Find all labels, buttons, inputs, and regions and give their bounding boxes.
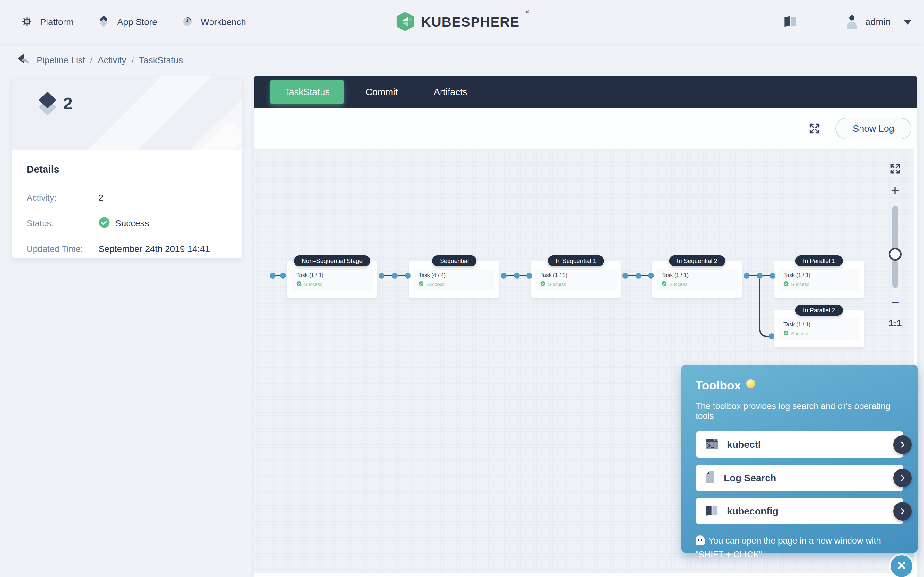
check-icon (419, 281, 424, 287)
zoom-reset-ratio[interactable]: 1:1 (889, 318, 901, 328)
check-icon (783, 330, 788, 337)
ghost-icon (696, 535, 704, 545)
stage-name-pill: In Sequential 1 (548, 255, 604, 266)
toolbox-title: Toolbox (696, 379, 903, 392)
detail-label: Updated Time: (27, 244, 99, 254)
stage-task[interactable]: Task (1 / 1) Success (535, 269, 617, 291)
toolbox-title-text: Toolbox (696, 379, 741, 392)
stage-name-pill: Sequential (432, 255, 477, 266)
back-icon[interactable] (15, 53, 30, 68)
fullscreen-icon[interactable] (808, 122, 821, 136)
zoom-out-button[interactable]: − (891, 295, 899, 309)
logo-text: KUBESPHERE (421, 15, 520, 30)
tab-taskstatus[interactable]: TaskStatus (270, 80, 344, 104)
caret-down-icon (903, 19, 912, 25)
task-count: Task (4 / 4) (419, 272, 490, 279)
detail-label: Status: (27, 219, 99, 229)
toolbox-note: You can open the page in a new window wi… (696, 534, 903, 562)
status-value: Success (99, 217, 149, 230)
toolbox-item-kubectl[interactable]: kubectl (696, 432, 903, 458)
task-count: Task (1 / 1) (540, 272, 612, 279)
check-icon (296, 281, 302, 287)
stage-task[interactable]: Task (1 / 1) Success (779, 318, 860, 340)
stage-name-pill: In Sequential 2 (669, 255, 725, 266)
nav-item-label: Platform (40, 17, 73, 27)
stage-task[interactable]: Task (1 / 1) Success (779, 269, 860, 291)
stage-card-in-sequential-1[interactable]: In Sequential 1 Task (1 / 1) Success (531, 261, 621, 298)
toolbox-item-log-search[interactable]: Log Search (696, 465, 903, 491)
breadcrumb-activity[interactable]: Activity (98, 55, 126, 65)
nav-item-label: App Store (117, 17, 157, 27)
check-icon (662, 281, 667, 287)
user-name: admin (865, 17, 891, 27)
stage-name-pill: Non–Sequential Stage (294, 255, 370, 266)
stage-card-in-parallel-2[interactable]: In Parallel 2 Task (1 / 1) Success (774, 310, 864, 348)
gear-icon (22, 17, 32, 27)
bulb-icon (746, 379, 756, 392)
tab-commit[interactable]: Commit (352, 80, 412, 104)
toolbox-item-label: kubectl (727, 439, 761, 450)
detail-row-status: Status: Success (27, 216, 228, 231)
nav-item-platform[interactable]: Platform (22, 17, 73, 27)
task-status: Success (296, 281, 368, 287)
task-status-text: Success (791, 331, 809, 336)
task-status-text: Success (426, 282, 445, 287)
zoom-slider-track[interactable] (892, 206, 898, 288)
top-navbar: Platform App Store Workbench KUBESPHERE … (0, 0, 924, 44)
stage-card-in-sequential-2[interactable]: In Sequential 2 Task (1 / 1) Success (652, 261, 742, 298)
task-status-text: Success (304, 282, 322, 287)
nav-item-app-store[interactable]: App Store (99, 16, 157, 28)
activity-layers-icon (40, 93, 59, 116)
toolbox-item-kubeconfig[interactable]: kubeconfig (696, 498, 903, 524)
check-icon (540, 281, 545, 287)
task-status: Success (662, 281, 733, 287)
gauge-icon (182, 16, 192, 28)
breadcrumb: Pipeline List / Activity / TaskStatus (15, 51, 183, 69)
logo[interactable]: KUBESPHERE ® (395, 0, 529, 44)
stage-card-non-sequential[interactable]: Non–Sequential Stage Task (1 / 1) Succes… (287, 261, 377, 298)
task-status: Success (783, 281, 855, 287)
user-avatar-icon (845, 15, 858, 30)
zoom-slider-handle[interactable] (889, 248, 901, 261)
toolbox-list: kubectl Log Search kubeconfig (696, 432, 903, 524)
breadcrumb-taskstatus: TaskStatus (139, 55, 183, 65)
detail-row-updated-time: Updated Time: September 24th 2019 14:41 (27, 242, 228, 257)
stage-task[interactable]: Task (1 / 1) Success (291, 269, 373, 291)
close-icon (896, 560, 907, 572)
task-status: Success (540, 281, 612, 287)
toolbox-note-text: You can open the page in a new window wi… (696, 536, 881, 559)
nav-item-workbench[interactable]: Workbench (182, 16, 246, 28)
breadcrumb-separator: / (90, 55, 93, 65)
docs-book-icon[interactable] (783, 15, 797, 29)
tab-artifacts[interactable]: Artifacts (420, 80, 481, 104)
user-menu[interactable]: admin (845, 15, 912, 30)
check-icon (783, 281, 788, 287)
stage-card-in-parallel-1[interactable]: In Parallel 1 Task (1 / 1) Success (774, 261, 864, 298)
canvas-zoom-controls: + − 1:1 (887, 163, 903, 328)
graph-toolbar: Show Log (254, 108, 917, 149)
chevron-right-icon[interactable] (893, 502, 912, 521)
stage-card-sequential[interactable]: Sequential Task (4 / 4) Success (409, 261, 499, 298)
task-count: Task (1 / 1) (783, 322, 855, 328)
kubesphere-logo-icon (395, 11, 415, 33)
canvas-fullscreen-icon[interactable] (889, 163, 901, 176)
zoom-in-button[interactable]: + (891, 183, 900, 197)
stage-task[interactable]: Task (4 / 4) Success (414, 269, 495, 291)
breadcrumb-pipeline-list[interactable]: Pipeline List (37, 55, 85, 65)
status-text: Success (115, 218, 149, 229)
task-status: Success (783, 330, 855, 337)
detail-value: September 24th 2019 14:41 (99, 244, 210, 254)
terminal-icon (705, 438, 719, 451)
layers-icon (99, 16, 109, 28)
summary-header: 2 Rerun (12, 76, 242, 150)
details-title: Details (27, 164, 228, 175)
task-count: Task (1 / 1) (296, 272, 368, 279)
chevron-right-icon[interactable] (893, 469, 912, 487)
toolbox-item-label: Log Search (724, 472, 776, 484)
toolbox-close-button[interactable] (891, 555, 913, 577)
detail-label: Activity: (27, 193, 99, 203)
stage-name-pill: In Parallel 2 (795, 305, 843, 316)
chevron-right-icon[interactable] (893, 435, 912, 454)
show-log-button[interactable]: Show Log (835, 118, 911, 139)
stage-task[interactable]: Task (1 / 1) Success (656, 269, 738, 291)
